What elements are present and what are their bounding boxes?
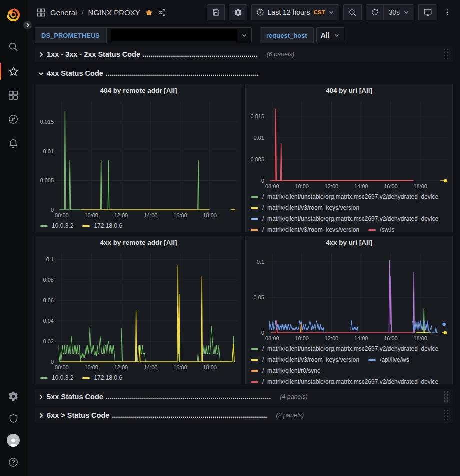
y-tick-label: 0.08 — [43, 277, 54, 283]
legend-item[interactable]: /api/live/ws — [368, 354, 409, 365]
dashboard-canvas: 1xx - 3xx - 2xx Status Code ............… — [27, 46, 460, 423]
share-icon[interactable] — [158, 8, 166, 17]
sidebar-item-dashboards[interactable] — [0, 84, 27, 106]
dashboard-variables-bar: DS_PROMETHEUS request_host All — [27, 25, 460, 46]
legend-series-label: /_matrix/client/v3/room_keys/version — [262, 226, 359, 232]
legend-item[interactable]: /_matrix/client/r0/sync — [251, 365, 320, 376]
breadcrumb-dashboard-title[interactable]: NGINX PROXY — [88, 8, 140, 17]
y-tick-label: 0.04 — [43, 318, 54, 324]
sidebar-expand-button[interactable] — [22, 20, 33, 30]
sidebar-item-explore[interactable] — [0, 108, 27, 130]
row-drag-handle[interactable] — [443, 409, 450, 422]
legend-item[interactable]: 172.18.0.6 — [82, 372, 122, 383]
more-options-button[interactable] — [441, 4, 453, 20]
zoom-out-icon — [348, 8, 357, 17]
request-host-variable-dropdown[interactable]: All — [316, 27, 344, 43]
sidebar-item-help[interactable] — [0, 451, 27, 473]
time-series-chart[interactable]: 08:0010:0012:0014:0016:0018:0000.020.040… — [35, 249, 242, 372]
legend-item[interactable]: /_matrix/client/v3/room_keys/version — [251, 224, 359, 232]
sidebar-item-profile[interactable] — [0, 429, 27, 451]
help-icon — [8, 457, 19, 468]
cycle-view-mode-button[interactable] — [418, 4, 437, 20]
legend-item[interactable]: /_matrix/client/unstable/org.matrix.msc2… — [251, 191, 438, 202]
sidebar-item-alerting[interactable] — [0, 132, 27, 154]
legend-series-label: 10.0.3.2 — [52, 374, 73, 381]
panel-title[interactable]: 404 by remote addr [All] — [35, 84, 242, 97]
panel-grid: 404 by remote addr [All] 08:0010:0012:00… — [35, 84, 453, 384]
request-host-variable-label: request_host — [260, 27, 314, 43]
y-tick-label: 0 — [51, 359, 54, 365]
sidebar-item-configuration[interactable] — [0, 385, 27, 407]
save-dashboard-button[interactable] — [207, 4, 225, 20]
series-end-dot — [442, 323, 445, 326]
breadcrumb-section[interactable]: General — [50, 8, 77, 17]
legend-item[interactable]: 10.0.3.2 — [40, 220, 73, 231]
legend-item[interactable]: 10.0.3.2 — [40, 372, 73, 383]
legend-item[interactable]: /sw.js — [368, 224, 394, 232]
legend-series-swatch — [251, 348, 258, 350]
row-header-4xx-status-code[interactable]: 4xx Status Code ........................… — [35, 66, 453, 81]
row-header-5xx-status-code[interactable]: 5xx Status Code ........................… — [35, 389, 453, 404]
x-tick-label: 08:00 — [55, 212, 69, 218]
legend-series-swatch — [82, 225, 90, 227]
panel-4xx-by-uri: 4xx by uri [All] 08:0010:0012:0014:0016:… — [245, 236, 453, 384]
legend-series-swatch — [251, 370, 258, 372]
zoom-out-time-button[interactable] — [343, 4, 362, 20]
clock-icon — [256, 8, 264, 16]
y-tick-label: 0.05 — [254, 294, 264, 300]
row-title-leader-dots: ........................................… — [112, 411, 267, 419]
legend-item[interactable]: /_matrix/client/unstable/org.matrix.msc2… — [251, 376, 438, 384]
panel-404-by-remote-addr: 404 by remote addr [All] 08:0010:0012:00… — [35, 84, 242, 232]
legend-item[interactable]: 172.18.0.6 — [82, 220, 122, 231]
time-series-chart[interactable]: 08:0010:0012:0014:0016:0018:0000.0050.01… — [35, 97, 242, 220]
row-panel-count: (2 panels) — [276, 412, 304, 419]
legend-series-label: /_matrix/client/unstable/org.matrix.msc2… — [262, 193, 438, 200]
timezone-label: CST — [313, 9, 325, 15]
x-tick-label: 12:00 — [114, 212, 128, 218]
row-panel-count: (6 panels) — [267, 51, 295, 58]
time-range-picker[interactable]: Last 12 hours CST — [251, 4, 340, 20]
row-drag-handle[interactable] — [443, 390, 450, 403]
legend-series-swatch — [251, 207, 258, 209]
chevron-down-icon — [334, 32, 340, 38]
row-header-6xx-status-code[interactable]: 6xx > Status Code ......................… — [35, 408, 453, 423]
x-tick-label: 10:00 — [295, 335, 309, 341]
x-tick-label: 18:00 — [413, 335, 427, 341]
panel-title[interactable]: 404 by uri [All] — [246, 84, 452, 97]
sidebar-item-search[interactable] — [0, 36, 27, 58]
row-drag-handle[interactable] — [443, 48, 450, 61]
chevron-right-icon — [25, 23, 30, 28]
refresh-interval-dropdown[interactable]: 30s — [383, 4, 414, 20]
chevron-right-icon — [37, 50, 45, 58]
chevron-down-icon — [403, 9, 409, 15]
dashboard-settings-button[interactable] — [229, 4, 247, 20]
time-series-chart[interactable]: 08:0010:0012:0014:0016:0018:0000.050.1 — [246, 249, 452, 343]
panel-title[interactable]: 4xx by uri [All] — [246, 236, 452, 249]
x-tick-label: 10:00 — [84, 212, 98, 218]
chevron-right-icon — [37, 393, 45, 401]
chart-svg: 08:0010:0012:0014:0016:0018:0000.020.040… — [35, 249, 242, 372]
legend-item[interactable]: /_matrix/client/unstable/org.matrix.msc2… — [251, 343, 438, 354]
legend-item[interactable]: /_matrix/client/v3/room_keys/version — [251, 202, 359, 213]
y-tick-label: 0 — [51, 207, 54, 213]
time-series-chart[interactable]: 08:0010:0012:0014:0016:0018:0000.0050.01… — [246, 97, 452, 191]
sidebar-item-starred[interactable] — [0, 60, 27, 82]
x-tick-label: 16:00 — [173, 364, 187, 370]
datasource-variable-dropdown[interactable] — [106, 27, 252, 43]
x-tick-label: 16:00 — [384, 335, 398, 341]
series-line — [59, 112, 199, 210]
row-header-1xx-3xx-2xx-status-code[interactable]: 1xx - 3xx - 2xx Status Code ............… — [35, 47, 453, 62]
series-line — [269, 321, 444, 333]
legend-item[interactable]: /_matrix/client/unstable/org.matrix.msc2… — [251, 213, 438, 224]
panel-title[interactable]: 4xx by remote addr [All] — [35, 236, 242, 249]
time-range-label: Last 12 hours — [268, 8, 310, 16]
refresh-icon — [371, 8, 379, 16]
y-tick-label: 0.01 — [43, 148, 54, 154]
shield-icon — [8, 413, 19, 424]
legend-item[interactable]: /_matrix/client/v3/room_keys/version — [251, 354, 359, 365]
refresh-button[interactable] — [366, 4, 383, 20]
favorite-star-icon[interactable] — [145, 8, 153, 17]
refresh-interval-value: 30s — [388, 8, 400, 16]
x-tick-label: 14:00 — [354, 335, 368, 341]
sidebar-item-server-admin[interactable] — [0, 407, 27, 429]
